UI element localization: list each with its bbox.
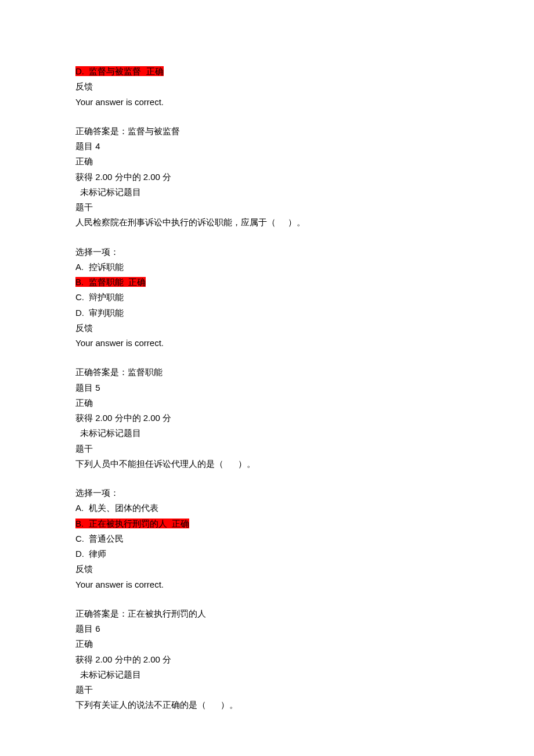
q5-feedback-label: 反馈 [75,561,459,577]
q6-title: 题目 6 [75,621,459,636]
q4-score: 获得 2.00 分中的 2.00 分 [75,170,459,185]
q5-stem-label: 题干 [75,441,459,456]
q4-stem-label: 题干 [75,200,459,215]
q5-status: 正确 [75,395,459,411]
spacer [75,110,459,124]
q5-option-c: C. 普通公民 [75,531,459,546]
q6-status: 正确 [75,636,459,651]
q5-option-b-highlight: B. 正在被执行刑罚的人 正确 [75,519,189,528]
q4-option-a: A. 控诉职能 [75,260,459,275]
q4-option-c: C. 辩护职能 [75,290,459,305]
q4-title: 题目 4 [75,139,459,154]
spacer [75,231,459,244]
q5-title: 题目 5 [75,380,459,395]
page-container: D. 监督与被监督 正确 反馈 Your answer is correct. … [0,0,534,756]
q5-option-b: B. 正在被执行刑罚的人 正确 [75,516,459,531]
q6-stem-label: 题干 [75,682,459,697]
q3-option-d-highlight: D. 监督与被监督 正确 [75,66,164,76]
q5-feedback-text: Your answer is correct. [75,577,459,592]
q3-correct-answer: 正确答案是：监督与被监督 [75,124,459,139]
q3-feedback-label: 反馈 [75,79,459,94]
q4-choose-label: 选择一项： [75,244,459,260]
q6-stem-text: 下列有关证人的说法不正确的是（ ）。 [75,697,459,712]
q4-correct-answer: 正确答案是：监督职能 [75,365,459,380]
q5-stem-text: 下列人员中不能担任诉讼代理人的是（ ）。 [75,456,459,471]
spacer [75,471,459,485]
q3-feedback-text: Your answer is correct. [75,95,459,110]
q4-stem-text: 人民检察院在刑事诉讼中执行的诉讼职能，应属于（ ）。 [75,215,459,230]
q5-choose-label: 选择一项： [75,485,459,501]
q6-flag: 未标记标记题目 [75,667,459,682]
q5-option-a: A. 机关、团体的代表 [75,501,459,516]
q4-flag: 未标记标记题目 [75,185,459,200]
q4-feedback-text: Your answer is correct. [75,336,459,351]
q5-score: 获得 2.00 分中的 2.00 分 [75,411,459,426]
q4-feedback-label: 反馈 [75,321,459,336]
spacer [75,592,459,606]
q4-option-b: B. 监督职能 正确 [75,275,459,290]
q3-option-d: D. 监督与被监督 正确 [75,64,459,79]
q4-status: 正确 [75,154,459,169]
q6-score: 获得 2.00 分中的 2.00 分 [75,652,459,667]
q4-option-b-highlight: B. 监督职能 正确 [75,277,146,287]
q5-option-d: D. 律师 [75,546,459,561]
q4-option-d: D. 审判职能 [75,305,459,321]
spacer [75,351,459,365]
q5-correct-answer: 正确答案是：正在被执行刑罚的人 [75,606,459,621]
q5-flag: 未标记标记题目 [75,426,459,441]
